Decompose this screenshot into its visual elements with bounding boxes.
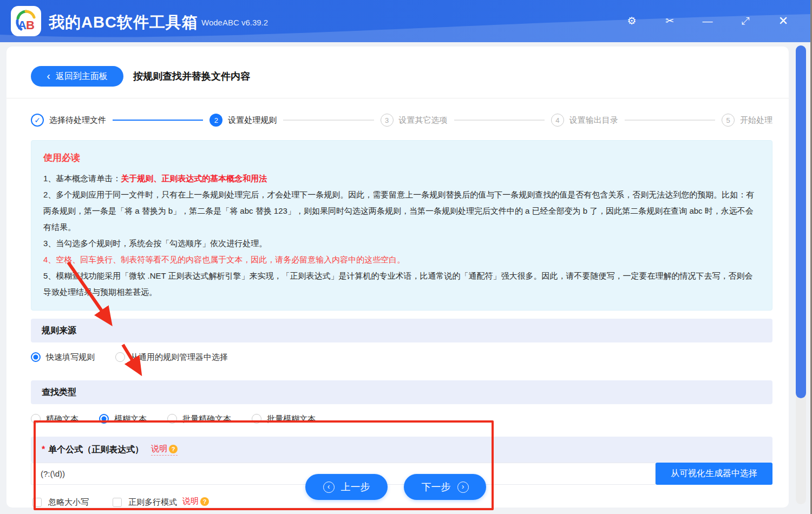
chevron-left-icon: ‹ [47, 70, 50, 81]
notice-item-4: 4、空格、回车换行、制表符等看不见的内容也属于文本，因此，请务必留意输入内容中的… [43, 252, 760, 268]
step-1: ✓ 选择待处理文件 [31, 114, 106, 127]
notice-title: 使用必读 [43, 151, 760, 164]
svg-text:A: A [18, 18, 27, 32]
step-3-label: 设置其它选项 [399, 115, 448, 126]
visual-generator-button[interactable]: 从可视化生成器中选择 [656, 463, 772, 485]
ignore-case-checkbox[interactable] [32, 498, 42, 507]
previous-step-label: 上一步 [341, 480, 370, 493]
back-button-label: 返回到主面板 [56, 71, 108, 82]
ignore-case-label: 忽略大小写 [48, 497, 89, 508]
radio-fuzzy-text[interactable]: 模糊文本 [99, 414, 147, 424]
radio-quick-fill-label: 快速填写规则 [46, 352, 95, 363]
scissors-icon[interactable]: ✂ [651, 0, 689, 42]
next-step-button[interactable]: 下一步 › [404, 474, 486, 500]
formula-help-label: 说明 [151, 444, 167, 454]
maximize-icon[interactable]: ⤢ [726, 0, 764, 42]
radio-batch-fuzzy-label: 批量模糊文本 [267, 414, 316, 424]
page-title: 按规则查找并替换文件内容 [133, 70, 250, 83]
rule-source-options: 快速填写规则 从通用的规则管理器中选择 [31, 348, 772, 366]
radio-batch-exact-text[interactable]: 批量精确文本 [167, 414, 231, 424]
main-panel: ‹ 返回到主面板 按规则查找并替换文件内容 ✓ 选择待处理文件 2 设置处理规则… [6, 47, 789, 508]
notice-item-2: 2、多个规则应用于同一文件时，只有在上一条规则处理完后，才会处理下一条规则。因此… [43, 187, 760, 235]
app-logo-icon: A B [11, 6, 41, 36]
step-indicator: ✓ 选择待处理文件 2 设置处理规则 3 设置其它选项 4 设置输出目录 5 开… [31, 114, 772, 127]
app-title: 我的ABC软件工具箱 [49, 12, 198, 34]
step-2-label: 设置处理规则 [228, 115, 277, 126]
rule-source-header: 规则来源 [31, 319, 772, 342]
settings-icon[interactable]: ⚙ [613, 0, 651, 42]
step-3: 3 设置其它选项 [381, 114, 448, 127]
formula-input-row: 从可视化生成器中选择 [31, 463, 772, 485]
required-mark: * [42, 445, 45, 454]
app-version: WodeABC v6.39.2 [201, 18, 268, 27]
question-badge-icon: ? [200, 497, 209, 506]
notice-item-5: 5、模糊查找功能采用「微软 .NET 正则表达式解析引擎」来实现，「正则表达式」… [43, 268, 760, 300]
radio-batch-fuzzy-text[interactable]: 批量模糊文本 [252, 414, 316, 424]
notice-item-1-text: 1、基本概念请单击： [43, 174, 121, 183]
titlebar: A B 我的ABC软件工具箱 WodeABC v6.39.2 ⚙ ✂ — ⤢ ✕ [0, 0, 812, 42]
radio-rule-manager-label: 从通用的规则管理器中选择 [130, 352, 228, 363]
step-1-label: 选择待处理文件 [49, 115, 106, 126]
back-button[interactable]: ‹ 返回到主面板 [31, 66, 123, 87]
step-5: 5 开始处理 [722, 114, 772, 127]
step-5-number: 5 [722, 114, 735, 127]
scrollbar-track[interactable] [796, 45, 806, 504]
circle-left-arrow-icon: ‹ [323, 482, 335, 493]
previous-step-button[interactable]: ‹ 上一步 [305, 474, 388, 500]
minimize-icon[interactable]: — [689, 0, 726, 42]
step-connector-2 [283, 120, 374, 121]
step-4-number: 4 [551, 114, 564, 127]
step-2: 2 设置处理规则 [209, 114, 277, 127]
search-type-options: 精确文本 模糊文本 批量精确文本 批量模糊文本 [31, 410, 772, 428]
radio-quick-fill-rule[interactable]: 快速填写规则 [31, 352, 95, 363]
radio-unselected-icon [167, 414, 177, 424]
radio-exact-text[interactable]: 精确文本 [31, 414, 78, 424]
notice-item-1: 1、基本概念请单击：关于规则、正则表达式的基本概念和用法 [43, 170, 760, 187]
multiline-mode-label: 正则多行模式 [128, 497, 177, 508]
radio-fuzzy-text-label: 模糊文本 [114, 414, 147, 424]
step-4: 4 设置输出目录 [551, 114, 618, 127]
next-step-label: 下一步 [422, 480, 451, 493]
radio-selected-icon [31, 352, 41, 362]
radio-exact-text-label: 精确文本 [46, 414, 78, 424]
window-controls: ⚙ ✂ — ⤢ ✕ [613, 0, 802, 42]
radio-selected-icon [99, 414, 109, 424]
step-5-label: 开始处理 [740, 115, 772, 126]
svg-text:B: B [26, 18, 35, 32]
step-connector-3 [454, 120, 545, 121]
formula-header: * 单个公式（正则表达式） 说明 ? [31, 437, 772, 463]
circle-right-arrow-icon: › [457, 482, 469, 493]
notice-box: 使用必读 1、基本概念请单击：关于规则、正则表达式的基本概念和用法 2、多个规则… [31, 140, 772, 311]
radio-unselected-icon [252, 414, 261, 424]
step-3-number: 3 [381, 114, 394, 127]
question-badge-icon: ? [169, 445, 178, 453]
step-connector-1 [113, 120, 203, 121]
step-4-label: 设置输出目录 [569, 115, 618, 126]
close-icon[interactable]: ✕ [764, 0, 802, 42]
radio-unselected-icon [31, 414, 41, 424]
notice-item-3: 3、当勾选多个规则时，系统会按「勾选顺序」依次进行处理。 [43, 235, 760, 252]
step-2-number: 2 [209, 114, 222, 127]
page-header: ‹ 返回到主面板 按规则查找并替换文件内容 [6, 47, 789, 98]
multiline-help-link[interactable]: 说明 ? [182, 496, 209, 508]
radio-unselected-icon [115, 352, 125, 362]
regex-options-row: 忽略大小写 正则多行模式 说明 ? [32, 493, 772, 508]
radio-batch-exact-label: 批量精确文本 [182, 414, 231, 424]
notice-concepts-link[interactable]: 关于规则、正则表达式的基本概念和用法 [121, 174, 267, 183]
search-type-header: 查找类型 [31, 380, 772, 404]
scrollbar-thumb[interactable] [796, 45, 806, 398]
step-connector-4 [625, 120, 715, 121]
formula-title: 单个公式（正则表达式） [48, 444, 143, 456]
multiline-help-label: 说明 [182, 496, 199, 506]
formula-help-link[interactable]: 说明 ? [151, 444, 178, 456]
multiline-mode-checkbox[interactable] [113, 498, 122, 507]
step-1-check-icon: ✓ [31, 114, 44, 127]
radio-rule-manager[interactable]: 从通用的规则管理器中选择 [115, 352, 228, 363]
